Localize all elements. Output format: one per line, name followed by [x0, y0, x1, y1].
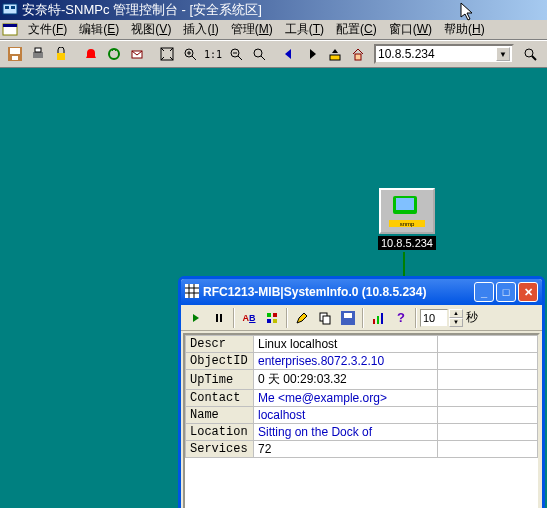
- svg-rect-39: [267, 313, 271, 317]
- child-titlebar[interactable]: RFC1213-MIB|SystemInfo.0 (10.8.5.234) _ …: [181, 279, 542, 305]
- svg-point-25: [525, 49, 533, 57]
- svg-rect-2: [11, 6, 15, 9]
- print-button[interactable]: [27, 43, 49, 65]
- pause-button[interactable]: [208, 307, 230, 329]
- alarm-button[interactable]: [80, 43, 102, 65]
- trap-button[interactable]: [126, 43, 148, 65]
- poll-button[interactable]: [103, 43, 125, 65]
- zoom-11-button[interactable]: 1:1: [202, 43, 224, 65]
- svg-line-19: [238, 56, 242, 60]
- svg-rect-7: [12, 56, 18, 60]
- child-toolbar: AB ? 10 ▲▼ 秒: [181, 305, 542, 331]
- table-row[interactable]: ContactMe <me@example.org>: [186, 390, 538, 407]
- menu-insert[interactable]: 插入(I): [177, 19, 224, 40]
- zoom-fit-button[interactable]: [156, 43, 178, 65]
- row-value[interactable]: enterprises.8072.3.2.10: [254, 353, 438, 370]
- mib-grid[interactable]: DescrLinux localhostObjectIDenterprises.…: [183, 333, 540, 508]
- svg-rect-48: [377, 316, 379, 324]
- table-row[interactable]: UpTime0 天 00:29:03.32: [186, 370, 538, 390]
- svg-point-21: [254, 49, 262, 57]
- copy-button[interactable]: [314, 307, 336, 329]
- svg-rect-41: [267, 319, 271, 323]
- menu-config[interactable]: 配置(C): [330, 19, 383, 40]
- map-canvas[interactable]: snmp 10.8.5.234 RFC1213-MIB|SystemInfo.0…: [0, 68, 547, 508]
- save-button[interactable]: [4, 43, 26, 65]
- row-extra: [438, 390, 538, 407]
- grid-icon: [185, 284, 199, 301]
- row-extra: [438, 407, 538, 424]
- zoom-in-button[interactable]: [179, 43, 201, 65]
- svg-rect-32: [185, 284, 199, 298]
- table-row[interactable]: Namelocalhost: [186, 407, 538, 424]
- menu-manage[interactable]: 管理(M): [225, 19, 279, 40]
- row-extra: [438, 424, 538, 441]
- row-extra: [438, 353, 538, 370]
- row-value[interactable]: Me <me@example.org>: [254, 390, 438, 407]
- map-node[interactable]: snmp 10.8.5.234: [378, 188, 436, 250]
- table-row[interactable]: ObjectIDenterprises.8072.3.2.10: [186, 353, 538, 370]
- close-button[interactable]: ✕: [518, 282, 538, 302]
- row-extra: [438, 336, 538, 353]
- table-row[interactable]: Services72: [186, 441, 538, 458]
- svg-line-26: [532, 56, 536, 60]
- zoom-out-button[interactable]: [225, 43, 247, 65]
- lock-button[interactable]: [50, 43, 72, 65]
- row-value[interactable]: localhost: [254, 407, 438, 424]
- interval-input[interactable]: 10: [420, 309, 448, 327]
- child-title: RFC1213-MIB|SystemInfo.0 (10.8.5.234): [203, 285, 472, 299]
- svg-rect-28: [396, 198, 414, 210]
- node-label: 10.8.5.234: [378, 236, 436, 250]
- row-name: Name: [186, 407, 254, 424]
- svg-rect-42: [273, 319, 277, 323]
- go-button[interactable]: [519, 43, 541, 65]
- table-row[interactable]: DescrLinux localhost: [186, 336, 538, 353]
- row-name: Contact: [186, 390, 254, 407]
- forward-button[interactable]: [301, 43, 323, 65]
- restart-button[interactable]: [185, 307, 207, 329]
- row-value[interactable]: 72: [254, 441, 438, 458]
- interval-spinner[interactable]: ▲▼: [449, 309, 463, 327]
- maximize-button[interactable]: □: [496, 282, 516, 302]
- window-title: 安奈特-SNMPc 管理控制台 - [安全系统区]: [22, 1, 545, 19]
- row-value[interactable]: 0 天 00:29:03.32: [254, 370, 438, 390]
- save-button[interactable]: [337, 307, 359, 329]
- svg-rect-1: [5, 6, 9, 9]
- svg-line-22: [261, 56, 265, 60]
- svg-rect-46: [344, 313, 352, 318]
- view-toggle-button[interactable]: [261, 307, 283, 329]
- home-button[interactable]: [347, 43, 369, 65]
- back-button[interactable]: [278, 43, 300, 65]
- svg-rect-44: [323, 316, 330, 324]
- svg-rect-6: [10, 48, 20, 54]
- row-value[interactable]: Linux localhost: [254, 336, 438, 353]
- chart-button[interactable]: [367, 307, 389, 329]
- interval-unit: 秒: [466, 309, 478, 326]
- menu-tools[interactable]: 工具(T): [279, 19, 330, 40]
- up-button[interactable]: [324, 43, 346, 65]
- menu-edit[interactable]: 编辑(E): [73, 19, 125, 40]
- svg-rect-8: [33, 52, 43, 58]
- svg-rect-40: [273, 313, 277, 317]
- font-ab-button[interactable]: AB: [238, 307, 260, 329]
- svg-rect-24: [355, 54, 361, 60]
- node-icon: snmp: [379, 188, 435, 234]
- chevron-down-icon[interactable]: ▼: [496, 47, 510, 61]
- menu-file[interactable]: 文件(F): [22, 19, 73, 40]
- edit-button[interactable]: [291, 307, 313, 329]
- address-combo[interactable]: 10.8.5.234 ▼: [374, 44, 514, 64]
- system-menu-icon[interactable]: [2, 22, 18, 38]
- table-row[interactable]: LocationSitting on the Dock of: [186, 424, 538, 441]
- menu-help[interactable]: 帮助(H): [438, 19, 491, 40]
- help-button[interactable]: ?: [390, 307, 412, 329]
- menu-view[interactable]: 视图(V): [125, 19, 177, 40]
- svg-rect-37: [216, 314, 218, 322]
- toolbar: 1:1 10.8.5.234 ▼: [0, 40, 547, 68]
- row-value[interactable]: Sitting on the Dock of: [254, 424, 438, 441]
- svg-point-11: [109, 49, 119, 59]
- svg-rect-47: [373, 319, 375, 324]
- zoom-region-button[interactable]: [248, 43, 270, 65]
- svg-rect-29: [399, 216, 411, 219]
- svg-line-15: [192, 56, 196, 60]
- minimize-button[interactable]: _: [474, 282, 494, 302]
- menu-window[interactable]: 窗口(W): [383, 19, 438, 40]
